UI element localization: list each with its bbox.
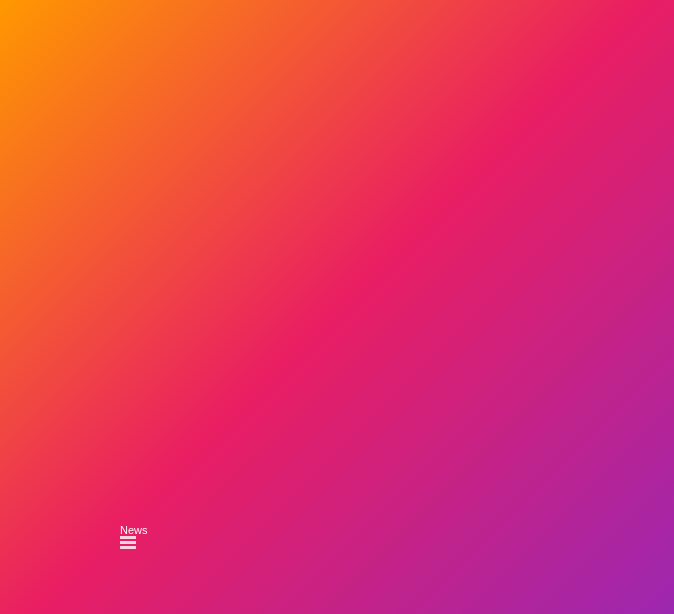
photos-tile[interactable]: Photos xyxy=(552,28,674,126)
svg-rect-27 xyxy=(120,546,136,549)
svg-rect-26 xyxy=(120,541,136,544)
news-icon xyxy=(120,536,136,550)
play-row-1: Xbox xyxy=(348,28,666,126)
start-menu: Create Monday 26 Mail xyxy=(0,0,674,614)
news-label: News xyxy=(120,524,148,536)
right-panel: Play Xbox xyxy=(340,0,674,614)
svg-rect-25 xyxy=(120,536,136,539)
